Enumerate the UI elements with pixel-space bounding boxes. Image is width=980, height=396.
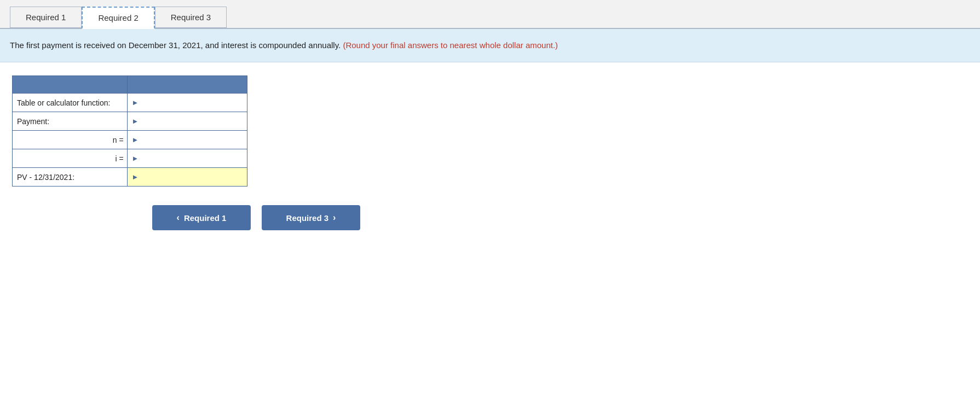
info-box: The first payment is received on Decembe… bbox=[0, 29, 980, 62]
tabs-row: Required 1 Required 2 Required 3 bbox=[0, 0, 980, 29]
input-cell-inner-4: ► bbox=[132, 170, 243, 184]
page-container: Required 1 Required 2 Required 3 The fir… bbox=[0, 0, 980, 396]
tab-required-3-label: Required 3 bbox=[171, 13, 211, 22]
next-label: Required 3 bbox=[286, 213, 329, 223]
row-label-1: Payment: bbox=[13, 112, 128, 131]
next-button[interactable]: Required 3 › bbox=[262, 205, 360, 230]
input-i[interactable] bbox=[141, 152, 243, 165]
table-header-col1 bbox=[13, 76, 128, 94]
input-cell-inner-2: ► bbox=[132, 133, 243, 147]
table-row: Table or calculator function: ► bbox=[13, 94, 247, 112]
row-input-cell-3: ► bbox=[127, 149, 247, 168]
main-content: Table or calculator function: ► Payment: bbox=[0, 62, 980, 396]
row-input-cell-0: ► bbox=[127, 94, 247, 112]
row-label-0: Table or calculator function: bbox=[13, 94, 128, 112]
row-label-4: PV - 12/31/2021: bbox=[13, 168, 128, 187]
table-header-col2 bbox=[127, 76, 247, 94]
nav-buttons: ‹ Required 1 Required 3 › bbox=[10, 205, 970, 243]
table-row: i = ► bbox=[13, 149, 247, 168]
tab-required-2-label: Required 2 bbox=[98, 13, 138, 22]
table-row: Payment: ► bbox=[13, 112, 247, 131]
tab-required-2[interactable]: Required 2 bbox=[82, 7, 154, 29]
info-text-highlight: (Round your final answers to nearest who… bbox=[343, 40, 558, 50]
dropdown-arrow-1: ► bbox=[132, 117, 139, 125]
row-label-3: i = bbox=[13, 149, 128, 168]
next-arrow: › bbox=[333, 213, 336, 223]
info-text-normal: The first payment is received on Decembe… bbox=[10, 40, 341, 50]
dropdown-arrow-3: ► bbox=[132, 154, 139, 162]
dropdown-arrow-2: ► bbox=[132, 136, 139, 144]
row-input-cell-4-yellow: ► bbox=[127, 168, 247, 187]
dropdown-arrow-0: ► bbox=[132, 98, 139, 107]
input-n[interactable] bbox=[141, 133, 243, 147]
prev-arrow: ‹ bbox=[177, 213, 180, 223]
input-table-function[interactable] bbox=[141, 96, 243, 109]
input-cell-inner-1: ► bbox=[132, 114, 243, 128]
calc-table: Table or calculator function: ► Payment: bbox=[12, 75, 247, 187]
input-cell-inner-3: ► bbox=[132, 152, 243, 165]
input-cell-inner-0: ► bbox=[132, 96, 243, 109]
tab-required-1[interactable]: Required 1 bbox=[10, 7, 82, 28]
row-input-cell-2: ► bbox=[127, 131, 247, 149]
input-payment[interactable] bbox=[141, 114, 243, 128]
table-row: PV - 12/31/2021: ► bbox=[13, 168, 247, 187]
tab-required-1-label: Required 1 bbox=[26, 13, 66, 22]
prev-label: Required 1 bbox=[184, 213, 227, 223]
tab-required-3[interactable]: Required 3 bbox=[155, 7, 227, 28]
table-row: n = ► bbox=[13, 131, 247, 149]
input-pv[interactable] bbox=[141, 170, 243, 184]
dropdown-arrow-4: ► bbox=[132, 173, 139, 181]
row-label-2: n = bbox=[13, 131, 128, 149]
row-input-cell-1: ► bbox=[127, 112, 247, 131]
prev-button[interactable]: ‹ Required 1 bbox=[152, 205, 251, 230]
